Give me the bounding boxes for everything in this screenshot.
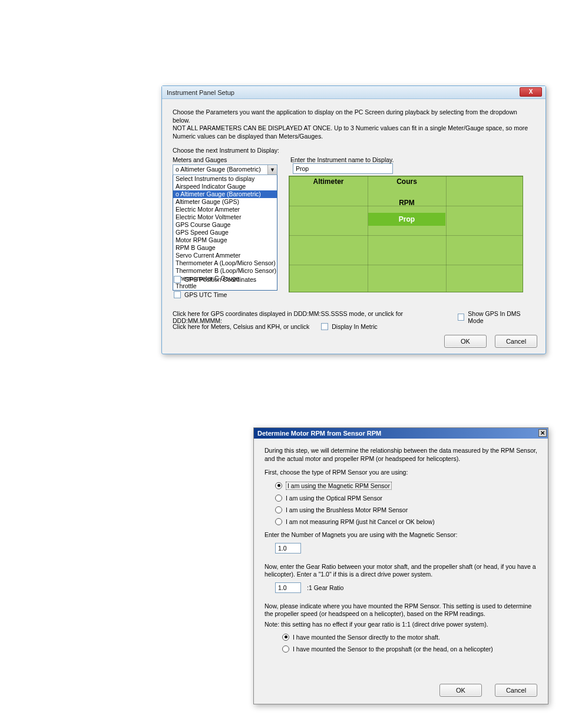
dropdown-item[interactable]: GPS Speed Gauge xyxy=(173,229,277,236)
radio-magnetic-label: I am using the Magnetic RPM Sensor xyxy=(286,482,392,490)
dropdown-item[interactable]: Airspeed Indicator Gauge xyxy=(173,183,277,190)
dropdown-arrow-icon[interactable]: ▼ xyxy=(267,165,277,174)
dropdown-item[interactable]: Servo Current Ammeter xyxy=(173,252,277,259)
radio-not-measuring[interactable] xyxy=(275,518,282,525)
dialog2-title: Determine Motor RPM from Sensor RPM xyxy=(257,430,381,437)
magnets-label: Enter the Number of Magnets you are usin… xyxy=(265,531,537,539)
intro-line-1: Choose the Parameters you want the appli… xyxy=(173,108,535,124)
choose-next-label: Choose the next Instrument to Display: xyxy=(173,147,535,154)
instrument-select-value: o Altimeter Gauge (Barometric) xyxy=(173,165,267,174)
determine-rpm-dialog: Determine Motor RPM from Sensor RPM ✕ Du… xyxy=(253,427,548,704)
gps-checkbox-group: GPS Position Coordinates GPS UTC Time xyxy=(174,271,256,298)
gear-ratio-text: Now, enter the Gear Ratio between your m… xyxy=(265,563,537,579)
show-gps-dms-label: Show GPS In DMS Mode xyxy=(468,310,535,324)
dropdown-item[interactable]: Motor RPM Gauge xyxy=(173,236,277,244)
close-x-icon-2: ✕ xyxy=(540,430,545,436)
grid-cell-altimeter[interactable]: Altimeter xyxy=(290,177,367,192)
rpm-choose-label: First, choose the type of RPM Sensor you… xyxy=(265,469,537,477)
mount-text: Now, please indicate where you have moun… xyxy=(265,602,537,618)
ok-button[interactable]: OK xyxy=(444,335,487,348)
metric-text: Click here for Meters, Celsius and KPH, … xyxy=(173,323,309,330)
instrument-select[interactable]: o Altimeter Gauge (Barometric) ▼ xyxy=(173,164,277,175)
dropdown-item[interactable]: Altimeter Gauge (GPS) xyxy=(173,198,277,206)
ok-button-2[interactable]: OK xyxy=(439,684,482,697)
dropdown-item[interactable]: o Altimeter Gauge (Barometric) xyxy=(173,190,277,198)
dialog2-titlebar: Determine Motor RPM from Sensor RPM ✕ xyxy=(254,428,548,439)
close-button-2[interactable]: ✕ xyxy=(538,429,547,437)
dropdown-item[interactable]: RPM B Gauge xyxy=(173,244,277,252)
display-metric-label: Display In Metric xyxy=(332,323,378,330)
radio-optical-label: I am using the Optical RPM Sensor xyxy=(286,495,382,502)
radio-mount-motor[interactable] xyxy=(282,634,289,641)
dialog1-title: Instrument Panel Setup xyxy=(167,89,234,96)
gear-ratio-input[interactable] xyxy=(275,582,301,593)
gps-dms-text: Click here for GPS coordinates displayed… xyxy=(173,310,446,324)
gps-position-label: GPS Position Coordinates xyxy=(184,276,256,283)
gps-utc-checkbox[interactable] xyxy=(174,291,181,298)
gps-utc-label: GPS UTC Time xyxy=(184,291,227,298)
intro-line-2: NOT ALL PARAMETERS CAN BE DISPLAYED AT O… xyxy=(173,124,535,140)
rpm-intro: During this step, we will determine the … xyxy=(265,447,537,463)
instrument-name-input[interactable] xyxy=(293,163,393,174)
grid-cell-prop-selected[interactable]: Prop xyxy=(368,213,445,226)
radio-mount-propshaft[interactable] xyxy=(282,645,289,653)
dropdown-header: Select Instruments to display xyxy=(173,175,277,183)
cancel-button-2[interactable]: Cancel xyxy=(495,684,537,697)
mount-note: Note: this setting has no effect if your… xyxy=(265,621,537,629)
dropdown-item[interactable]: GPS Course Gauge xyxy=(173,221,277,229)
radio-magnetic[interactable] xyxy=(275,482,282,489)
radio-optical[interactable] xyxy=(275,495,282,502)
instrument-panel-setup-dialog: Instrument Panel Setup X Choose the Para… xyxy=(161,85,546,354)
radio-mount-propshaft-label: I have mounted the Sensor to the propsha… xyxy=(293,645,493,653)
grid-cell-cours[interactable]: Cours xyxy=(368,177,445,192)
radio-mount-motor-label: I have mounted the Sensor directly to th… xyxy=(293,634,440,641)
dropdown-item[interactable]: Electric Motor Ammeter xyxy=(173,206,277,213)
cancel-button[interactable]: Cancel xyxy=(495,335,537,348)
close-x-icon: X xyxy=(529,88,533,95)
dropdown-item[interactable]: Thermometer A (Loop/Micro Sensor) xyxy=(173,259,277,267)
mount-radio-group: I have mounted the Sensor directly to th… xyxy=(282,634,537,653)
gps-position-checkbox[interactable] xyxy=(174,276,181,283)
dialog1-body: Choose the Parameters you want the appli… xyxy=(162,99,546,354)
rpm-sensor-radio-group: I am using the Magnetic RPM Sensor I am … xyxy=(275,482,537,525)
show-gps-dms-checkbox[interactable] xyxy=(458,314,465,321)
grid-cell-rpm[interactable]: RPM xyxy=(368,199,445,213)
dialog1-titlebar: Instrument Panel Setup X xyxy=(162,86,546,99)
magnets-input[interactable] xyxy=(275,543,301,554)
radio-brushless[interactable] xyxy=(275,506,282,513)
gear-ratio-label: :1 Gear Ratio xyxy=(307,584,343,591)
instrument-grid-preview: Altimeter Cours RPM Prop xyxy=(289,176,523,292)
dialog2-body: During this step, we will determine the … xyxy=(254,439,548,704)
enter-name-label: Enter the Instrument name to Display. xyxy=(290,156,535,163)
dropdown-item[interactable]: Electric Motor Voltmeter xyxy=(173,213,277,221)
radio-not-measuring-label: I am not measuring RPM (just hit Cancel … xyxy=(286,518,435,525)
radio-brushless-label: I am using the Brushless Motor RPM Senso… xyxy=(286,506,408,513)
meters-gauges-label: Meters and Gauges xyxy=(173,156,290,163)
close-button[interactable]: X xyxy=(520,87,542,97)
display-metric-checkbox[interactable] xyxy=(321,323,328,330)
